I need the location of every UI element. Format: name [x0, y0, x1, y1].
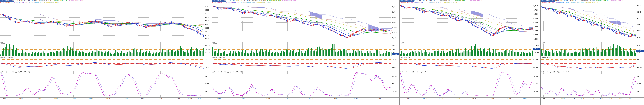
- legend-item: 移動平均(Close, 40 ): [429, 2, 442, 3]
- stochastics-chart[interactable]: [400, 71, 540, 98]
- legend-item: 移動平均(Close, 25 ): [555, 2, 568, 3]
- time-label: 18:40: [124, 98, 128, 100]
- time-label: 11/11: [354, 98, 358, 100]
- legend-item: 移動平均(Close, 75 ): [267, 0, 281, 2]
- legend-item: 移動平均(Close, 75 ): [596, 0, 610, 2]
- time-label: 11/09: [590, 98, 594, 100]
- panel-period: ( 30分 2011/11/07 - 2011/11/11 ): [414, 0, 438, 2]
- time-label: 12:00: [456, 98, 460, 100]
- volume-chart[interactable]: [0, 42, 212, 56]
- chart-panel: 日経225mini 11/12 ( 15分 2011/11/09 - 2011/…: [212, 0, 400, 105]
- macd-label: MACD( 12, 26, 9 ): [541, 56, 554, 58]
- time-label: 12:00: [54, 98, 58, 100]
- macd-label: MACD( 12, 26, 9 ): [400, 56, 412, 58]
- time-label: 01:20: [197, 98, 201, 100]
- price-chart[interactable]: [400, 4, 540, 42]
- panel-header: 日経225mini 11/12 ( 15分 2011/11/09 - 2011/…: [212, 0, 400, 3]
- time-axis: 11/0411/0716:3011/0816:3011/0916:3011/10…: [541, 98, 644, 100]
- volume-label: 出来高: [541, 42, 546, 44]
- volume-label: 出来高: [212, 42, 217, 44]
- panel-period: ( 60分 2011/11/04 - 2011/11/11 ): [556, 0, 578, 2]
- time-label: 20:00: [334, 98, 338, 100]
- time-label: 17:20: [106, 98, 110, 100]
- macd-chart[interactable]: [400, 56, 540, 71]
- time-label: 11/11: [507, 98, 511, 100]
- legend-item: 一目均衡表( 9, 26, 52 ): [38, 0, 53, 2]
- time-label: 16:30: [618, 98, 623, 100]
- volume-chart[interactable]: [541, 42, 644, 56]
- macd-label: MACD( 12, 26, 9 ): [0, 56, 13, 58]
- legend-item: 移動平均(Close, 40 ): [241, 2, 255, 3]
- time-label: 12:00: [377, 98, 381, 100]
- time-label: 22:40: [176, 98, 180, 100]
- time-label: 11/09: [439, 98, 443, 100]
- stochastics-label: スロー・ストキャスティクス( 14, 3, 80, 20 ): [400, 71, 430, 73]
- legend-item: 移動平均(Close, 150 ): [256, 2, 270, 3]
- time-label: 11/11: [628, 98, 632, 100]
- price-chart[interactable]: [0, 4, 212, 42]
- legend-item: 移動平均(Close, 5 ): [212, 2, 225, 3]
- time-label: 11/10: [472, 98, 476, 100]
- price-chart[interactable]: [212, 4, 400, 42]
- time-label: 11/10: [286, 98, 290, 100]
- panel-title: 日経225mini 11/12: [0, 0, 14, 2]
- chart-panel: 日経225mini 11/12 ( 5分 2011/11/10 - 2011/1…: [0, 0, 212, 105]
- legend-item: 移動平均(Close, 150 ): [444, 2, 458, 3]
- legend-item: 移動平均(Close, 10 ): [282, 0, 296, 2]
- legend-item: 一目均衡表( 9, 26, 52 ): [580, 0, 594, 2]
- stochastics-label: スロー・ストキャスティクス( 14, 3, 80, 20 ): [541, 71, 570, 73]
- time-label: 11/10: [609, 98, 613, 100]
- volume-chart[interactable]: [400, 42, 540, 56]
- time-label: 11/07: [552, 98, 556, 100]
- time-label: 10:40: [37, 98, 41, 100]
- time-axis: 02:4009:2010:4012:0013:2014:4017:2018:40…: [0, 98, 212, 100]
- legend-item: 移動平均(Close, 75 ): [54, 0, 68, 2]
- panel-header: 日経225mini 11/12 ( 5分 2011/11/10 - 2011/1…: [0, 0, 212, 3]
- panel-title: 日経225mini 11/12: [212, 0, 226, 2]
- panel-header: 日経225mini 11/12 ( 60分 2011/11/04 - 2011/…: [541, 0, 644, 3]
- stochastics-label: スロー・ストキャスティクス( 14, 3, 80, 20 ): [0, 71, 30, 73]
- stochastics-chart[interactable]: [541, 71, 644, 98]
- panel-period: ( 15分 2011/11/09 - 2011/11/11 ): [227, 0, 250, 2]
- volume-chart[interactable]: [212, 42, 400, 56]
- time-label: 12:00: [309, 98, 313, 100]
- time-label: 16:30: [599, 98, 604, 100]
- time-label: 12:00: [523, 98, 527, 100]
- legend-item: 移動平均(Close, 25 ): [414, 2, 428, 3]
- legend-item: 移動平均(Close, 40 ): [29, 2, 43, 3]
- stochastics-label: スロー・ストキャスティクス( 14, 3, 80, 20 ): [212, 71, 242, 73]
- time-label: 16:30: [580, 98, 584, 100]
- stochastics-chart[interactable]: [0, 71, 212, 98]
- macd-chart[interactable]: [0, 56, 212, 71]
- volume-label: 出来高: [0, 42, 5, 44]
- legend-item: 移動平均(Close, 25 ): [14, 2, 28, 3]
- time-label: 12:00: [423, 98, 427, 100]
- macd-label: MACD( 12, 26, 9 ): [212, 56, 225, 58]
- legend-item: 移動平均(Close, 10 ): [611, 0, 624, 2]
- legend-item: 移動平均(Close, 5 ): [0, 2, 13, 3]
- macd-chart[interactable]: [212, 56, 400, 71]
- legend-item: 移動平均(Close, 40 ): [570, 2, 584, 3]
- time-label: 02:40: [2, 98, 6, 100]
- time-label: 12:00: [490, 98, 494, 100]
- time-label: 11/08: [571, 98, 575, 100]
- chart-workspace: 日経225mini 11/12 ( 5分 2011/11/10 - 2011/1…: [0, 0, 644, 105]
- legend-item: 移動平均(Close, 5 ): [400, 2, 412, 3]
- macd-chart[interactable]: [541, 56, 644, 71]
- legend-item: 移動平均(Close, 75 ): [455, 0, 468, 2]
- time-label: 12:00: [240, 98, 244, 100]
- panel-period: ( 5分 2011/11/10 - 2011/11/11 ): [15, 0, 37, 2]
- volume-label: 出来高: [400, 42, 404, 44]
- time-axis: 11/0912:0020:0011/1012:0020:0011/1112:00: [212, 98, 400, 100]
- time-label: 09:20: [20, 98, 24, 100]
- stochastics-chart[interactable]: [212, 71, 400, 98]
- legend-item: 移動平均(Close, 10 ): [470, 0, 483, 2]
- legend-item: 一目均衡表( 9, 26, 52 ): [251, 0, 266, 2]
- time-label: 14:40: [89, 98, 93, 100]
- time-label: 20:00: [266, 98, 270, 100]
- price-chart[interactable]: [541, 4, 644, 42]
- chart-panel: 日経225mini 11/12 ( 60分 2011/11/04 - 2011/…: [541, 0, 644, 105]
- panel-title: 日経225mini 11/12: [541, 0, 555, 2]
- time-label: 21:20: [158, 98, 162, 100]
- legend-item: 移動平均(Close, 5 ): [541, 2, 554, 3]
